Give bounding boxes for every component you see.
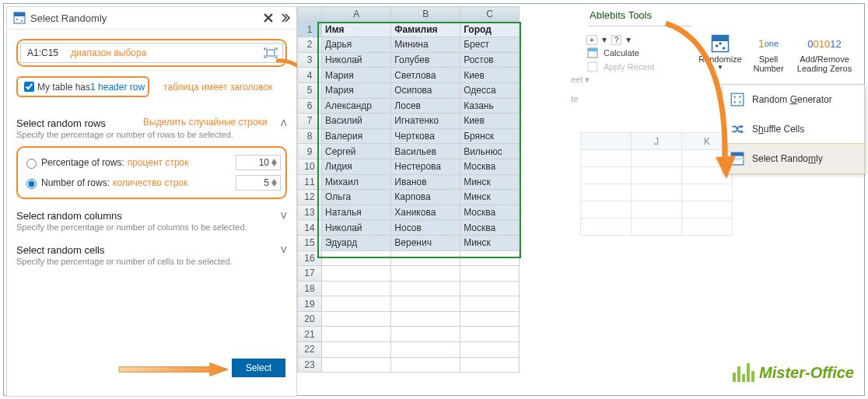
calculate-button[interactable]: Calculate	[586, 47, 695, 59]
table-header-cell[interactable]: Имя	[322, 22, 391, 37]
table-cell[interactable]: Брянск	[460, 128, 520, 144]
table-cell[interactable]: Вильнюс	[460, 144, 520, 159]
svg-point-2	[16, 19, 18, 20]
table-cell[interactable]: Минск	[460, 235, 520, 250]
range-input[interactable]	[26, 47, 68, 59]
section-cols-header[interactable]: Select random columns ᐯ	[16, 210, 287, 222]
svg-point-3	[21, 20, 23, 22]
menu-shuffle-cells[interactable]: Shuffle Cells	[723, 114, 864, 144]
table-cell[interactable]: Голубев	[391, 52, 460, 68]
collapse-icon[interactable]	[278, 12, 290, 24]
svg-rect-19	[731, 152, 744, 156]
rows-options: Percentage of rows: процент строк 10 Num…	[16, 146, 287, 199]
table-cell[interactable]: Мария	[322, 82, 391, 98]
num-label: Number of rows:	[41, 177, 110, 188]
rows-annotation: Выделить случайные строки	[143, 117, 267, 128]
table-cell[interactable]: Игнатенко	[391, 114, 460, 129]
table-cell[interactable]: Валерия	[322, 128, 391, 144]
svg-point-10	[716, 44, 719, 47]
table-cell[interactable]: Казань	[460, 98, 520, 114]
svg-point-14	[734, 96, 736, 98]
svg-point-15	[739, 96, 740, 98]
arrow-to-select	[108, 362, 240, 377]
header-row-checkbox-wrap[interactable]: My table has 1 header row	[16, 76, 149, 97]
num-stepper[interactable]: 5	[236, 175, 281, 191]
pct-stepper[interactable]: 10	[236, 155, 281, 170]
table-cell[interactable]: Николай	[322, 220, 391, 236]
spreadsheet[interactable]: ABC1ИмяФамилияГород2ДарьяМининаБрест3Ник…	[297, 6, 520, 373]
table-cell[interactable]: Александр	[322, 98, 391, 114]
num-radio[interactable]	[26, 179, 37, 189]
table-cell[interactable]: Носов	[391, 220, 460, 236]
svg-point-17	[739, 101, 740, 103]
table-header-cell[interactable]: Город	[460, 22, 520, 37]
pct-label: Percentage of rows:	[41, 157, 124, 168]
table-cell[interactable]: Василий	[322, 114, 391, 129]
table-cell[interactable]: Осипова	[391, 82, 460, 98]
checkbox-annotation: таблица имеет заголовок	[163, 82, 272, 93]
table-cell[interactable]: Лидия	[322, 159, 391, 174]
pct-hint: процент строк	[128, 157, 189, 168]
col-header[interactable]: A	[322, 7, 391, 23]
svg-rect-7	[588, 62, 597, 72]
table-cell[interactable]: Михаил	[322, 174, 391, 190]
section-rows-sub: Specify the percentage or number of rows…	[16, 129, 287, 140]
svg-rect-6	[588, 48, 597, 51]
checkbox-label: My table has	[37, 82, 90, 93]
table-cell[interactable]: Москва	[460, 220, 520, 236]
table-cell[interactable]: Минина	[391, 37, 460, 53]
table-cell[interactable]: Дарья	[322, 37, 391, 53]
chevron-down-icon: ᐯ	[281, 245, 287, 255]
table-cell[interactable]: Светлова	[391, 68, 460, 83]
section-cells-header[interactable]: Select random cells ᐯ	[16, 244, 287, 256]
col-header[interactable]: B	[391, 7, 460, 23]
table-cell[interactable]: Эдуард	[322, 235, 391, 250]
ribbon-tab[interactable]: Ablebits Tools	[588, 6, 692, 26]
table-cell[interactable]: Лосев	[391, 98, 460, 114]
randomize-menu: Random Generator Shuffle Cells Select Ra…	[722, 84, 865, 174]
table-cell[interactable]: Наталья	[322, 205, 391, 220]
table-cell[interactable]: Минск	[460, 174, 520, 190]
table-cell[interactable]: Брест	[460, 37, 520, 53]
range-picker-icon[interactable]	[264, 47, 278, 58]
table-cell[interactable]: Васильев	[391, 144, 460, 159]
table-cell[interactable]: Минск	[460, 190, 520, 205]
range-hint: диапазон выбора	[71, 47, 146, 58]
col-header[interactable]: C	[460, 7, 520, 23]
table-cell[interactable]: Сергей	[322, 144, 391, 159]
table-cell[interactable]: Ростов	[460, 52, 520, 68]
table-cell[interactable]: Ханикова	[391, 205, 460, 220]
table-header-cell[interactable]: Фамилия	[391, 22, 460, 37]
close-icon[interactable]	[262, 12, 275, 24]
table-cell[interactable]: Мария	[322, 68, 391, 83]
table-cell[interactable]: Одесса	[460, 82, 520, 98]
apply-recent-button: Apply Recent	[586, 61, 695, 73]
table-cell[interactable]: Москва	[460, 205, 520, 220]
svg-rect-4	[267, 50, 275, 56]
pct-radio[interactable]	[26, 159, 37, 169]
header-row-link[interactable]: 1 header row	[90, 82, 145, 93]
table-cell[interactable]: Иванов	[391, 174, 460, 190]
menu-select-randomly[interactable]: Select Randomly	[722, 143, 865, 174]
section-cells-sub: Specify the percentage or number of cell…	[16, 256, 287, 267]
table-cell[interactable]: Черткова	[391, 128, 460, 144]
table-cell[interactable]: Киев	[460, 68, 520, 83]
range-field-wrap: диапазон выбора	[16, 39, 287, 67]
table-cell[interactable]: Веренич	[391, 235, 460, 250]
table-cell[interactable]: Карпова	[391, 190, 460, 205]
chevron-up-icon: ᐱ	[281, 118, 287, 128]
sum-button[interactable]: +▾?▾	[586, 34, 695, 45]
chevron-down-icon: ᐯ	[281, 211, 287, 221]
svg-point-12	[719, 42, 722, 45]
table-cell[interactable]: Николай	[322, 52, 391, 68]
table-cell[interactable]: Киев	[460, 114, 520, 129]
svg-rect-1	[14, 12, 25, 16]
pane-title: Select Randomly	[30, 12, 259, 24]
menu-random-generator[interactable]: Random Generator	[723, 85, 864, 114]
select-randomly-pane: Select Randomly диапазон выбора My table…	[6, 6, 297, 397]
header-row-checkbox[interactable]	[24, 82, 34, 92]
table-cell[interactable]: Нестерова	[391, 159, 460, 174]
table-cell[interactable]: Ольга	[322, 190, 391, 205]
logo: Mister-Office	[733, 363, 854, 382]
table-cell[interactable]: Москва	[460, 159, 520, 174]
